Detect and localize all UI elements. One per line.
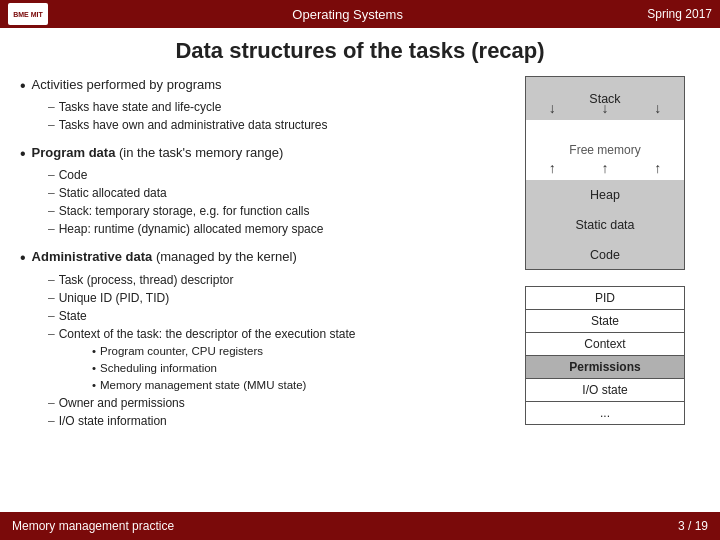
bullet-text-2: Program data (in the task's memory range… [32, 144, 284, 162]
sub-bullet-1-1: – Tasks have state and life-cycle [48, 98, 505, 116]
stack-arrows: ↓ ↓ ↓ [526, 100, 684, 116]
footer-right-text: 3 / 19 [678, 519, 708, 533]
sub-bullet-1-2: – Tasks have own and administrative data… [48, 116, 505, 134]
mem-block-code: Code [525, 240, 685, 270]
sub-bullet-2-4: – Heap: runtime (dynamic) allocated memo… [48, 220, 505, 238]
right-column: Stack ↓ ↓ ↓ Free memory ↑ ↑ ↑ [525, 72, 700, 506]
heap-arrows: ↑ ↑ ↑ [526, 160, 684, 176]
sub-sub-bullet-3-3: • Memory management state (MMU state) [92, 377, 505, 394]
sub-bullet-text-3-6: I/O state information [59, 412, 167, 430]
sub-bullet-text-1-1: Tasks have state and life-cycle [59, 98, 222, 116]
desc-row-permissions: Permissions [526, 356, 684, 379]
sub-bullet-text-2-2: Static allocated data [59, 184, 167, 202]
desc-row-ellipsis: ... [526, 402, 684, 424]
sub-bullets-3: – Task (process, thread) descriptor – Un… [48, 271, 505, 431]
mem-label-static: Static data [575, 218, 634, 232]
sub-bullets-1: – Tasks have state and life-cycle – Task… [48, 98, 505, 134]
mem-label-heap: Heap [590, 188, 620, 202]
sub-bullet-3-1: – Task (process, thread) descriptor [48, 271, 505, 289]
sub-sub-bullet-3-2: • Scheduling information [92, 360, 505, 377]
desc-row-context: Context [526, 333, 684, 356]
mem-block-free: Free memory ↑ ↑ ↑ [525, 120, 685, 180]
main-content: • Activities performed by programs – Tas… [0, 72, 720, 506]
sub-bullet-3-6: – I/O state information [48, 412, 505, 430]
sub-bullet-3-3: – State [48, 307, 505, 325]
logo: BME MIT [8, 3, 48, 25]
sub-bullet-text-3-2: Unique ID (PID, TID) [59, 289, 169, 307]
sub-sub-bullet-3-1: • Program counter, CPU registers [92, 343, 505, 360]
bullet-dot-3: • [20, 248, 26, 267]
left-column: • Activities performed by programs – Tas… [20, 72, 505, 506]
mem-block-static: Static data [525, 210, 685, 240]
sub-bullet-text-2-1: Code [59, 166, 88, 184]
bullet-text-1: Activities performed by programs [32, 76, 222, 94]
memory-diagram: Stack ↓ ↓ ↓ Free memory ↑ ↑ ↑ [525, 76, 685, 270]
sub-bullet-3-4: – Context of the task: the descriptor of… [48, 325, 505, 343]
bullet-program-data: • Program data (in the task's memory ran… [20, 144, 505, 238]
bullet-text-3: Administrative data (managed by the kern… [32, 248, 297, 266]
page-title: Data structures of the tasks (recap) [0, 28, 720, 72]
bullet-dot-1: • [20, 76, 26, 95]
sub-bullet-text-3-4: Context of the task: the descriptor of t… [59, 325, 356, 343]
header-semester: Spring 2017 [647, 7, 712, 21]
sub-sub-text-3-3: Memory management state (MMU state) [100, 377, 306, 394]
desc-row-state: State [526, 310, 684, 333]
bullet-suffix-2: (in the task's memory range) [115, 145, 283, 160]
header-bar: BME MIT Operating Systems Spring 2017 [0, 0, 720, 28]
mem-label-free: Free memory [569, 143, 640, 157]
sub-sub-bullets-3: • Program counter, CPU registers • Sched… [92, 343, 505, 395]
desc-row-io: I/O state [526, 379, 684, 402]
mem-block-heap: Heap [525, 180, 685, 210]
logo-text: BME MIT [13, 11, 43, 18]
bullet-suffix-3: (managed by the kernel) [152, 249, 297, 264]
bullet-admin-data: • Administrative data (managed by the ke… [20, 248, 505, 430]
footer-bar: Memory management practice 3 / 19 [0, 512, 720, 540]
footer-left-text: Memory management practice [12, 519, 174, 533]
mem-label-code: Code [590, 248, 620, 262]
sub-bullet-text-3-1: Task (process, thread) descriptor [59, 271, 234, 289]
diagram-gap [525, 270, 700, 280]
header-title: Operating Systems [48, 7, 647, 22]
mem-block-stack: Stack ↓ ↓ ↓ [525, 76, 685, 120]
descriptor-table: PID State Context Permissions I/O state … [525, 286, 685, 425]
sub-sub-text-3-2: Scheduling information [100, 360, 217, 377]
sub-bullet-text-2-4: Heap: runtime (dynamic) allocated memory… [59, 220, 324, 238]
sub-bullet-3-5: – Owner and permissions [48, 394, 505, 412]
sub-bullet-2-2: – Static allocated data [48, 184, 505, 202]
sub-bullet-text-3-3: State [59, 307, 87, 325]
desc-row-pid: PID [526, 287, 684, 310]
sub-bullet-3-2: – Unique ID (PID, TID) [48, 289, 505, 307]
sub-bullet-2-1: – Code [48, 166, 505, 184]
sub-bullet-2-3: – Stack: temporary storage, e.g. for fun… [48, 202, 505, 220]
bullet-bold-2: Program data [32, 145, 116, 160]
sub-bullet-text-3-5: Owner and permissions [59, 394, 185, 412]
sub-bullets-2: – Code – Static allocated data – Stack: … [48, 166, 505, 238]
sub-bullet-text-2-3: Stack: temporary storage, e.g. for funct… [59, 202, 310, 220]
bullet-activities: • Activities performed by programs – Tas… [20, 76, 505, 134]
bullet-dot-2: • [20, 144, 26, 163]
sub-bullet-text-1-2: Tasks have own and administrative data s… [59, 116, 328, 134]
bullet-bold-3: Administrative data [32, 249, 153, 264]
sub-sub-text-3-1: Program counter, CPU registers [100, 343, 263, 360]
